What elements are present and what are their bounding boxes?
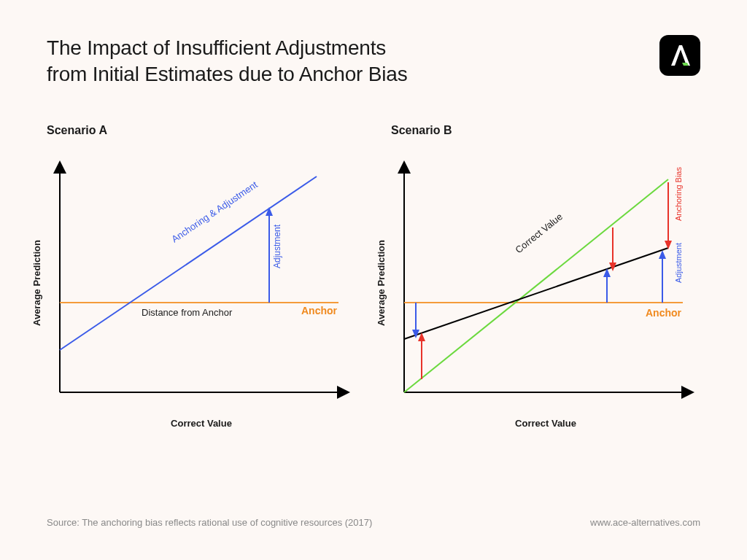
website-url: www.ace-alternatives.com: [590, 517, 700, 528]
prediction-line: [404, 248, 668, 339]
chart-scenario-b: Scenario B Average Prediction Correct Va…: [391, 124, 700, 407]
adjustment-label: Adjustment: [674, 243, 683, 283]
distance-label: Distance from Anchor: [142, 307, 233, 318]
correct-value-line: [404, 179, 668, 392]
adjustment-label: Adjustment: [272, 224, 282, 268]
plot-svg-b: Anchor Correct Value: [391, 159, 697, 407]
title-line-2: from Initial Estimates due to Anchor Bia…: [47, 63, 407, 85]
anchor-label: Anchor: [301, 305, 338, 316]
x-axis-label-b: Correct Value: [515, 418, 576, 429]
correct-value-label: Correct Value: [513, 211, 564, 255]
y-axis-label-a: Average Prediction: [31, 240, 42, 326]
scenario-a-label: Scenario A: [47, 124, 356, 137]
chart-scenario-a: Scenario A Average Prediction Correct Va…: [47, 124, 356, 407]
source-citation: Source: The anchoring bias reflects rati…: [47, 517, 372, 528]
logo-icon: [665, 41, 694, 70]
plot-svg-a: Anchor Anchoring & Adjustment Adjustment…: [47, 159, 353, 407]
brand-logo: [659, 35, 700, 76]
adjustment-arrowhead: [266, 207, 273, 216]
title-line-1: The Impact of Insufficient Adjustments: [47, 36, 386, 59]
x-axis-label-a: Correct Value: [171, 418, 232, 429]
page-title: The Impact of Insufficient Adjustments f…: [47, 35, 407, 88]
anchor-label: Anchor: [646, 307, 682, 319]
anchoring-adjustment-label: Anchoring & Adjustment: [169, 179, 260, 244]
y-axis-label-b: Average Prediction: [376, 240, 387, 326]
scenario-b-label: Scenario B: [391, 124, 700, 137]
bias-label: Anchoring Bias: [674, 167, 683, 221]
